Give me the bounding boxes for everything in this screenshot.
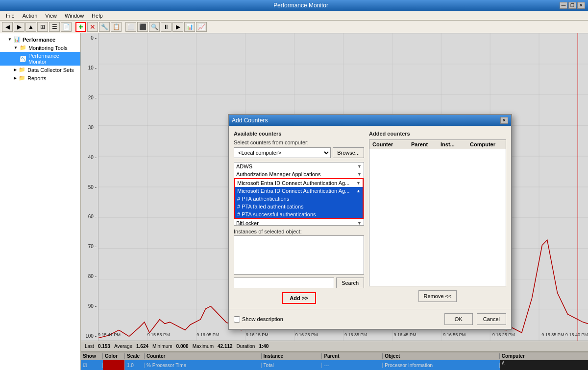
expand-arrow-dcs: ▶ xyxy=(14,68,17,72)
counter-bitlocker-label: BitLocker xyxy=(236,220,259,226)
counter-entra2-arrow: ▲ xyxy=(356,188,361,193)
counter-bitlocker[interactable]: BitLocker ▼ xyxy=(234,219,364,226)
counter-entra1[interactable]: Microsoft Entra ID Connect Authenticatio… xyxy=(235,179,363,187)
added-col-computer: Computer xyxy=(467,141,506,148)
up-button[interactable]: ▲ xyxy=(25,22,36,32)
counter-entra2-label: Microsoft Entra ID Connect Authenticatio… xyxy=(237,188,349,194)
freeze-button[interactable]: ⬜ xyxy=(125,22,136,32)
expand-arrow-reports: ▶ xyxy=(14,76,17,80)
tree-label-reports: Reports xyxy=(27,75,47,81)
counter-pta-success[interactable]: # PTA successful authentications xyxy=(235,210,363,218)
close-button[interactable]: ✕ xyxy=(577,2,585,9)
search-input[interactable] xyxy=(234,278,334,288)
counter-adws-arrow: ▼ xyxy=(357,164,362,169)
add-button-row: Add >> xyxy=(234,292,364,304)
title-bar-buttons: — ❐ ✕ xyxy=(560,2,585,9)
computer-select[interactable]: <Local computer> xyxy=(234,147,331,158)
search-button[interactable]: Search xyxy=(336,278,364,288)
expand-arrow-perf: ▼ xyxy=(8,37,12,42)
counter-entra2[interactable]: Microsoft Entra ID Connect Authenticatio… xyxy=(235,187,363,195)
expand-arrow-monitor: ▼ xyxy=(14,46,18,50)
folder-icon-reports: 📁 xyxy=(19,75,25,81)
search-row: Search xyxy=(234,278,364,288)
counter-pta-failed-label: # PTA failed authentications xyxy=(237,204,304,209)
counter-pta-failed[interactable]: # PTA failed authentications xyxy=(235,203,363,210)
menu-window[interactable]: Window xyxy=(61,12,88,20)
delete-button[interactable]: ✕ xyxy=(87,22,98,32)
added-col-parent: Parent xyxy=(408,141,438,148)
computer-row: <Local computer> Browse... xyxy=(234,147,364,158)
properties-button[interactable]: 🔧 xyxy=(99,22,110,32)
counter-pta-auth[interactable]: # PTA authentications xyxy=(235,195,363,203)
remove-button[interactable]: Remove << xyxy=(418,290,457,302)
menu-view[interactable]: View xyxy=(41,12,61,20)
tree-item-data-collector-sets[interactable]: ▶ 📁 Data Collector Sets xyxy=(0,66,80,74)
added-counters-list[interactable]: Counter Parent Inst... Computer xyxy=(369,139,506,286)
counter-bitlocker-arrow: ▼ xyxy=(357,221,362,226)
chart-area: 100 - 90 - 80 - 70 - 60 - 50 - 40 - 30 -… xyxy=(81,33,588,370)
back-button[interactable]: ◀ xyxy=(2,22,13,32)
menu-action[interactable]: Action xyxy=(19,12,42,20)
added-counters-title: Added counters xyxy=(369,131,506,137)
tree-label-performance: Performance xyxy=(23,37,55,43)
perf-icon: 📊 xyxy=(14,36,21,43)
dialog-body: Available counters Select counters from … xyxy=(229,126,511,309)
counter-auth-manager[interactable]: Authorization Manager Applications ▼ xyxy=(234,170,364,178)
add-counter-button[interactable]: + xyxy=(75,22,86,32)
new-button[interactable]: 📄 xyxy=(61,22,72,32)
toolbar: ◀ ▶ ▲ ⊞ ☰ 📄 + ✕ 🔧 📋 ⬜ ⬛ 🔍 ⏸ ▶ 📊 📈 xyxy=(0,21,588,33)
chart-icon: 📉 xyxy=(20,56,26,62)
monitor-type-button[interactable]: 📊 xyxy=(184,22,195,32)
tree-item-monitoring-tools[interactable]: ▼ 📁 Monitoring Tools xyxy=(0,44,80,52)
counter-entra1-label: Microsoft Entra ID Connect Authenticatio… xyxy=(237,180,349,186)
report-button[interactable]: 📈 xyxy=(196,22,207,32)
instances-list[interactable] xyxy=(234,235,364,275)
restore-button[interactable]: ❐ xyxy=(568,2,576,9)
left-section: Available counters Select counters from … xyxy=(234,131,364,304)
ok-button[interactable]: OK xyxy=(444,313,473,325)
play-button[interactable]: ▶ xyxy=(172,22,183,32)
tree-item-performance-monitor[interactable]: 📉 Performance Monitor xyxy=(0,52,80,66)
app-title: Performance Monitor xyxy=(42,2,560,9)
browse-button[interactable]: Browse... xyxy=(333,147,364,158)
dialog-title-bar: Add Counters ✕ xyxy=(229,115,511,126)
menu-help[interactable]: Help xyxy=(88,12,107,20)
add-counters-dialog: Add Counters ✕ Available counters Select… xyxy=(228,114,512,330)
red-border-section: Microsoft Entra ID Connect Authenticatio… xyxy=(234,178,364,219)
counter-auth-arrow: ▼ xyxy=(357,172,362,177)
minimize-button[interactable]: — xyxy=(560,2,567,9)
menu-bar: File Action View Window Help xyxy=(0,11,588,21)
show-hide-button[interactable]: ⊞ xyxy=(37,22,48,32)
folder-icon-monitoring: 📁 xyxy=(20,45,26,51)
clear-button[interactable]: ⬛ xyxy=(137,22,148,32)
counter-entra1-arrow: ▼ xyxy=(356,181,361,185)
folder-icon-dcs: 📁 xyxy=(19,67,25,73)
counter-adws-label: ADWS xyxy=(236,163,252,169)
available-counters-title: Available counters xyxy=(234,131,364,137)
dialog-footer: Show description OK Cancel xyxy=(229,309,511,329)
counters-list[interactable]: ADWS ▼ Authorization Manager Application… xyxy=(234,162,364,226)
dialog-overlay: Add Counters ✕ Available counters Select… xyxy=(81,33,588,370)
added-col-counter: Counter xyxy=(369,141,408,148)
dialog-close-button[interactable]: ✕ xyxy=(500,117,508,124)
tree-label-performance-monitor: Performance Monitor xyxy=(28,53,77,65)
tree-item-reports[interactable]: ▶ 📁 Reports xyxy=(0,74,80,82)
show-description-label: Show description xyxy=(242,316,283,322)
counter-pta-success-label: # PTA successful authentications xyxy=(237,211,316,217)
pause-button[interactable]: ⏸ xyxy=(161,22,172,32)
add-button[interactable]: Add >> xyxy=(282,292,316,304)
counter-adws[interactable]: ADWS ▼ xyxy=(234,162,364,170)
counter-auth-label: Authorization Manager Applications xyxy=(236,171,320,177)
zoom-button[interactable]: 🔍 xyxy=(149,22,160,32)
copy-button[interactable]: 📋 xyxy=(111,22,122,32)
tree-label-data-collector-sets: Data Collector Sets xyxy=(27,67,74,73)
show-description-checkbox[interactable] xyxy=(234,316,240,323)
title-bar: Performance Monitor — ❐ ✕ xyxy=(0,0,588,11)
tree-item-performance[interactable]: ▼ 📊 Performance xyxy=(0,35,80,44)
forward-button[interactable]: ▶ xyxy=(14,22,24,32)
counter-pta-auth-label: # PTA authentications xyxy=(237,196,289,202)
cancel-button[interactable]: Cancel xyxy=(477,313,506,325)
menu-file[interactable]: File xyxy=(2,12,19,20)
show-description-row: Show description xyxy=(234,316,283,323)
show-button[interactable]: ☰ xyxy=(49,22,60,32)
